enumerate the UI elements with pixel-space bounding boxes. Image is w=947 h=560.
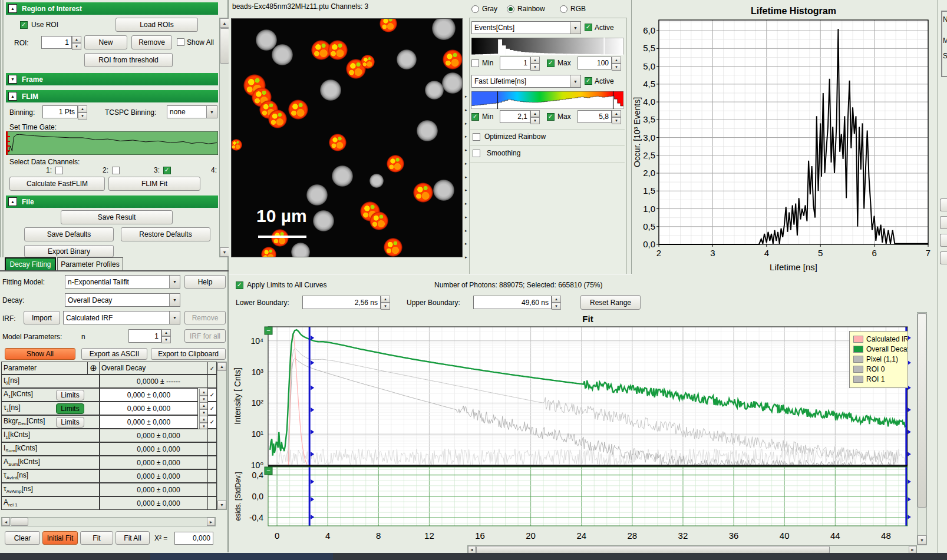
mode-radio-rgb[interactable]: [560, 5, 567, 13]
section-header-file[interactable]: ▲File: [6, 195, 218, 208]
decay-dropdown[interactable]: Overall Decay▼: [65, 293, 180, 307]
mode-radio-gray[interactable]: [471, 5, 479, 13]
intensity-channel-dropdown[interactable]: Events[Cnts]▼: [471, 21, 581, 34]
irf-import-button[interactable]: Import: [24, 311, 60, 324]
channel-2-checkbox[interactable]: [112, 167, 120, 174]
mode-radio-rainbow[interactable]: [507, 5, 514, 13]
limits-button[interactable]: Limits: [56, 417, 84, 428]
export-binary-button[interactable]: Export Binary: [24, 245, 114, 257]
time-gate-chart[interactable]: [6, 131, 218, 155]
irf-dropdown[interactable]: Calculated IRF▼: [63, 311, 180, 324]
remove-roi-button[interactable]: Remove: [131, 35, 172, 49]
param-fix-check[interactable]: ✓: [207, 415, 217, 429]
lifetime-rainbow-bar[interactable]: [471, 91, 623, 109]
fit-vscrollbar[interactable]: ▼: [917, 312, 927, 545]
param-value-cell[interactable]: 0,000 ± 0,000: [100, 388, 198, 402]
lifetime-min-checkbox[interactable]: [471, 113, 479, 121]
help-button[interactable]: Help: [184, 275, 226, 289]
lifetime-min-spinner[interactable]: ▲▼: [530, 110, 540, 123]
intensity-max-field[interactable]: 100: [578, 57, 612, 69]
tab-parameter-profiles[interactable]: Parameter Profiles: [57, 257, 123, 270]
limits-button[interactable]: Limits: [56, 403, 84, 414]
roi-number-spinner[interactable]: ▲▼: [72, 36, 81, 49]
show-all-checkbox[interactable]: [177, 38, 184, 46]
scroll-right-icon[interactable]: ►: [207, 518, 215, 526]
cut-button[interactable]: [940, 234, 947, 247]
table-header-check[interactable]: ✓: [207, 362, 217, 375]
lifetime-min-field[interactable]: 2,1: [500, 110, 530, 123]
lifetime-max-checkbox[interactable]: [547, 113, 555, 121]
scrollbar-thumb[interactable]: [918, 313, 926, 508]
param-fix-check[interactable]: ✓: [207, 402, 217, 415]
lower-boundary-spinner[interactable]: ▲▼: [381, 296, 390, 309]
clear-button[interactable]: Clear: [5, 531, 40, 545]
param-value-cell[interactable]: 0,000 ± 0,000: [100, 415, 198, 429]
table-hscrollbar[interactable]: ◄ ►: [1, 517, 216, 526]
n-spinner[interactable]: ▲▼: [161, 329, 171, 343]
scroll-down-icon[interactable]: ▼: [918, 535, 926, 545]
chevron-down-icon[interactable]: ▼: [570, 22, 580, 34]
upper-boundary-spinner[interactable]: ▲▼: [552, 296, 561, 309]
lifetime-active-checkbox[interactable]: [585, 77, 592, 85]
scroll-down-icon[interactable]: ▼: [217, 501, 226, 509]
scrollbar-thumb[interactable]: [11, 518, 28, 526]
fit-all-button[interactable]: Fit All: [116, 531, 150, 545]
collapse-up-icon[interactable]: ▲: [8, 197, 17, 206]
intensity-min-field[interactable]: 1: [500, 57, 530, 69]
flim-image[interactable]: 10 µm: [231, 18, 463, 257]
section-header-flim[interactable]: ▲FLIM: [6, 90, 218, 102]
fit-chart[interactable]: −−10⁰10¹10²10³10⁴04812162024283236404448…: [229, 312, 927, 552]
intensity-histogram-bar[interactable]: [471, 38, 623, 55]
roi-number-field[interactable]: 1: [41, 36, 72, 49]
fitting-model-dropdown[interactable]: n-Exponential Tailfit▼: [65, 275, 180, 289]
collapse-down-icon[interactable]: ▼: [8, 75, 17, 84]
chevron-down-icon[interactable]: ▼: [570, 75, 580, 87]
cut-button[interactable]: [940, 216, 947, 229]
tcspc-binning-dropdown[interactable]: none▼: [167, 105, 217, 118]
collapse-up-icon[interactable]: ▲: [8, 4, 17, 13]
chevron-down-icon[interactable]: ▼: [169, 276, 180, 288]
chevron-down-icon[interactable]: ▼: [169, 312, 180, 324]
binning-field[interactable]: 1 Pts: [42, 105, 78, 118]
tab-decay-fitting[interactable]: Decay Fitting: [5, 257, 56, 270]
scroll-up-icon[interactable]: ▲: [217, 362, 226, 371]
section-header-roi[interactable]: ▲Region of Interest: [6, 2, 218, 15]
optimized-rainbow-checkbox[interactable]: [473, 133, 480, 141]
channel-1-checkbox[interactable]: [55, 167, 63, 174]
apply-limits-checkbox[interactable]: [236, 281, 243, 289]
load-rois-button[interactable]: Load ROIs: [116, 18, 198, 32]
param-fix-check[interactable]: ✓: [207, 388, 217, 402]
scrollbar-thumb[interactable]: [220, 28, 229, 64]
section-header-frame[interactable]: ▼Frame: [6, 73, 218, 85]
limits-button[interactable]: Limits: [56, 390, 84, 400]
table-vscrollbar[interactable]: ▲ ▼: [217, 362, 227, 510]
channel-3-checkbox[interactable]: [163, 167, 171, 174]
irf-for-all-button[interactable]: IRF for all: [184, 329, 226, 343]
cut-button[interactable]: [940, 251, 947, 264]
scroll-up-icon[interactable]: ▲: [220, 18, 229, 28]
cut-button[interactable]: [940, 198, 947, 211]
table-header-parameter[interactable]: Parameter: [1, 362, 88, 375]
save-result-button[interactable]: Save Result: [61, 210, 173, 224]
intensity-min-spinner[interactable]: ▲▼: [530, 57, 540, 69]
chevron-down-icon[interactable]: ▼: [206, 106, 217, 118]
chevron-down-icon[interactable]: ▼: [169, 294, 180, 306]
scroll-down-icon[interactable]: ▼: [220, 247, 229, 257]
lower-boundary-field[interactable]: 2,56 ns: [302, 296, 381, 309]
intensity-min-checkbox[interactable]: [471, 59, 479, 67]
initial-fit-button[interactable]: Initial Fit: [42, 531, 78, 545]
use-roi-checkbox[interactable]: [20, 21, 28, 29]
irf-remove-button[interactable]: Remove: [184, 311, 226, 324]
intensity-max-spinner[interactable]: ▲▼: [612, 57, 621, 69]
collapse-up-icon[interactable]: ▲: [8, 92, 17, 101]
roi-from-threshold-button[interactable]: ROI from threshold: [84, 53, 173, 67]
n-field[interactable]: 1: [128, 329, 161, 343]
param-value-cell[interactable]: 0,000 ± 0,000: [100, 402, 198, 415]
lifetime-max-spinner[interactable]: ▲▼: [612, 110, 621, 123]
new-roi-button[interactable]: New: [84, 35, 127, 49]
intensity-max-checkbox[interactable]: [547, 59, 555, 67]
export-clipboard-button[interactable]: Export to Clipboard: [151, 348, 226, 360]
lifetime-histogram-chart[interactable]: 0,00,51,01,52,02,53,03,54,04,55,05,56,02…: [632, 0, 937, 277]
export-ascii-button[interactable]: Export as ASCII: [81, 348, 147, 360]
binning-spinner[interactable]: ▲▼: [78, 105, 87, 118]
